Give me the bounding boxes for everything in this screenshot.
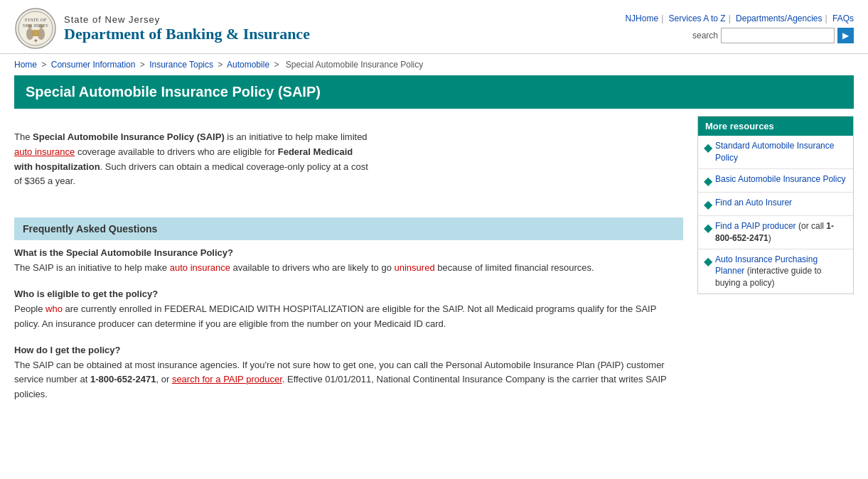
header: STATE OF NEW JERSEY ✦ State of New Jerse… xyxy=(0,0,868,54)
resource-item-2: ◆ Basic Automobile Insurance Policy xyxy=(698,169,853,193)
resource-text-3: Find an Auto Insurer xyxy=(715,197,792,209)
resource-bullet-2: ◆ xyxy=(704,174,712,188)
svg-point-7 xyxy=(39,24,43,28)
svg-text:NEW JERSEY: NEW JERSEY xyxy=(23,23,49,28)
logo-text: State of New Jersey Department of Bankin… xyxy=(64,14,310,43)
resource-bullet-1: ◆ xyxy=(704,141,712,154)
resource-text-5: Auto Insurance Purchasing Planner (inter… xyxy=(715,254,847,289)
faq-content: What is the Special Automobile Insurance… xyxy=(14,240,683,422)
faq-q-3: How do I get the policy? xyxy=(14,345,683,355)
top-nav: NJHome | Services A to Z | Departments/A… xyxy=(625,14,854,23)
resource-text-4: Find a PAIP producer (or call 1-800-652-… xyxy=(715,220,847,244)
main: Special Automobile Insurance Policy (SAI… xyxy=(0,75,868,436)
breadcrumb-sep-2: > xyxy=(140,60,145,70)
faq-section-title: Frequently Asked Questions xyxy=(23,223,157,235)
resource-item-3: ◆ Find an Auto Insurer xyxy=(698,193,853,216)
intro-paragraph: The Special Automobile Insurance Policy … xyxy=(14,116,370,203)
logo-state-name: State of New Jersey xyxy=(64,14,310,25)
faq-a-2: People who are currently enrolled in FED… xyxy=(14,302,683,332)
svg-text:✦: ✦ xyxy=(33,38,38,44)
search-label: search xyxy=(692,31,718,41)
main-content: The Special Automobile Insurance Policy … xyxy=(14,116,683,422)
svg-point-4 xyxy=(26,28,33,40)
breadcrumb: Home > Consumer Information > Insurance … xyxy=(0,54,868,75)
svg-point-6 xyxy=(28,24,32,28)
header-left: STATE OF NEW JERSEY ✦ State of New Jerse… xyxy=(14,7,310,50)
search-area: search xyxy=(692,28,854,43)
nav-faqs[interactable]: FAQs xyxy=(832,14,854,23)
nav-sep-1: | xyxy=(661,14,663,23)
resource-bullet-3: ◆ xyxy=(704,198,712,211)
svg-rect-8 xyxy=(33,30,38,36)
search-input[interactable] xyxy=(721,28,835,43)
breadcrumb-insurance-topics[interactable]: Insurance Topics xyxy=(149,60,213,70)
search-button[interactable] xyxy=(837,28,854,43)
breadcrumb-home[interactable]: Home xyxy=(14,60,37,70)
faq-q-1: What is the Special Automobile Insurance… xyxy=(14,247,683,258)
nav-njhome[interactable]: NJHome xyxy=(625,14,658,23)
resource-bullet-4: ◆ xyxy=(704,221,712,235)
phone-bold: 1-800-652-2471 xyxy=(90,374,156,384)
who-link[interactable]: who xyxy=(45,303,63,314)
page-title-bar: Special Automobile Insurance Policy (SAI… xyxy=(14,75,854,109)
faq-title-bar: Frequently Asked Questions xyxy=(14,217,683,240)
search-paip-link[interactable]: search for a PAIP producer xyxy=(172,374,282,384)
more-resources-list: ◆ Standard Automobile Insurance Policy ◆… xyxy=(698,136,853,294)
content-area: The Special Automobile Insurance Policy … xyxy=(14,109,854,422)
faq-q-2: Who is eligible to get the policy? xyxy=(14,289,683,299)
auto-ins-link-2[interactable]: auto insurance xyxy=(170,262,230,273)
faq-item-3: How do I get the policy? The SAIP can be… xyxy=(14,345,683,402)
nav-departments[interactable]: Departments/Agencies xyxy=(736,14,822,23)
resource-text-2: Basic Automobile Insurance Policy xyxy=(715,173,845,185)
more-resources-title: More resources xyxy=(698,117,853,136)
breadcrumb-sep-3: > xyxy=(218,60,223,70)
resource-item-5: ◆ Auto Insurance Purchasing Planner (int… xyxy=(698,249,853,294)
resource-link-4[interactable]: Find a PAIP producer xyxy=(715,221,796,231)
page-title: Special Automobile Insurance Policy (SAI… xyxy=(26,84,842,100)
resource-link-1[interactable]: Standard Automobile Insurance Policy xyxy=(715,141,834,163)
auto-insurance-link[interactable]: auto insurance xyxy=(14,146,75,157)
breadcrumb-consumer[interactable]: Consumer Information xyxy=(51,60,136,70)
svg-text:STATE OF: STATE OF xyxy=(24,17,46,23)
svg-point-5 xyxy=(38,28,45,40)
breadcrumb-sep-1: > xyxy=(41,60,46,70)
nj-seal-icon: STATE OF NEW JERSEY ✦ xyxy=(14,7,57,50)
breadcrumb-automobile[interactable]: Automobile xyxy=(227,60,269,70)
breadcrumb-current: Special Automobile Insurance Policy xyxy=(286,60,423,70)
faq-item-2: Who is eligible to get the policy? Peopl… xyxy=(14,289,683,332)
faq-a-3: The SAIP can be obtained at most insuran… xyxy=(14,358,683,402)
resource-link-5[interactable]: Auto Insurance Purchasing Planner xyxy=(715,254,818,276)
header-right: NJHome | Services A to Z | Departments/A… xyxy=(625,14,854,43)
saip-bold: Special Automobile Insurance Policy (SAI… xyxy=(33,131,225,142)
resource-item-1: ◆ Standard Automobile Insurance Policy xyxy=(698,136,853,169)
nav-services[interactable]: Services A to Z xyxy=(669,14,726,23)
nav-sep-2: | xyxy=(729,14,731,23)
uninsured-link[interactable]: uninsured xyxy=(395,262,435,273)
nav-sep-3: | xyxy=(825,14,827,23)
breadcrumb-sep-4: > xyxy=(274,60,279,70)
more-resources-box: More resources ◆ Standard Automobile Ins… xyxy=(697,116,854,294)
logo-dept-name: Department of Banking & Insurance xyxy=(64,25,310,43)
resource-text-1: Standard Automobile Insurance Policy xyxy=(715,140,847,164)
resource-link-2[interactable]: Basic Automobile Insurance Policy xyxy=(715,174,845,184)
faq-a-1: The SAIP is an initiative to help make a… xyxy=(14,261,683,276)
resource-item-4: ◆ Find a PAIP producer (or call 1-800-65… xyxy=(698,216,853,249)
faq-section: Frequently Asked Questions What is the S… xyxy=(14,217,683,422)
faq-item-1: What is the Special Automobile Insurance… xyxy=(14,247,683,276)
resource-bullet-5: ◆ xyxy=(704,254,712,268)
sidebar: More resources ◆ Standard Automobile Ins… xyxy=(697,116,854,422)
resource-link-3[interactable]: Find an Auto Insurer xyxy=(715,198,792,208)
